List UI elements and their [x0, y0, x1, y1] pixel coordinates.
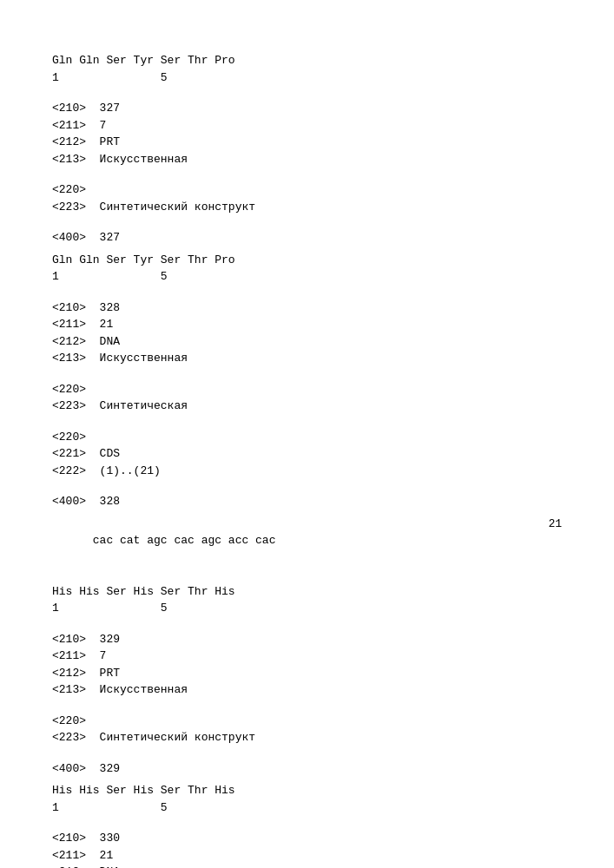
seq327-400-block: <400> 327 [52, 229, 562, 247]
seq329-210: <210> 329 [52, 631, 562, 648]
seq329-seq-block: His His Ser His Ser Thr His 1 5 [52, 782, 562, 816]
seq327-header-line1: Gln Gln Ser Tyr Ser Thr Pro [52, 52, 562, 69]
seq329-220: <220> [52, 713, 562, 730]
seq327-400: <400> 327 [52, 229, 562, 247]
seq329-400: <400> 329 [52, 760, 562, 778]
seq329-seq-line2: 1 5 [52, 799, 562, 817]
seq329-212: <212> PRT [52, 665, 562, 682]
seq330-211: <211> 21 [52, 847, 562, 865]
seq328-213: <213> Искусственная [52, 350, 562, 367]
seq327-meta-block: <210> 327 <211> 7 <212> PRT <213> Искусс… [52, 100, 562, 168]
seq328-223a: <223> Синтетическая [52, 398, 562, 415]
seq328-220a: <220> [52, 381, 562, 398]
seq328-212: <212> DNA [52, 333, 562, 351]
seq330-meta-block: <210> 330 <211> 21 <212> DNA <213> Искус… [52, 830, 562, 868]
seq329-seq-line1: His His Ser His Ser Thr His [52, 782, 562, 799]
seq328-num-line: 1 5 [52, 600, 562, 617]
seq328-400: <400> 328 [52, 493, 562, 510]
seq328-220a-block: <220> <223> Синтетическая [52, 381, 562, 415]
seq328-211: <211> 21 [52, 316, 562, 333]
seq327-seq-line1: Gln Gln Ser Tyr Ser Thr Pro [52, 252, 562, 269]
seq328-221: <221> CDS [52, 445, 562, 463]
seq327-220: <220> [52, 181, 562, 199]
seq327-213: <213> Искусственная [52, 151, 562, 168]
seq328-dna-line: cac cat agc cac agc acc cac 21 [52, 516, 562, 583]
seq329-220-block: <220> <223> Синтетический конструкт [52, 713, 562, 746]
seq328-210: <210> 328 [52, 299, 562, 317]
seq328-220b: <220> [52, 429, 562, 446]
page-content: Gln Gln Ser Tyr Ser Thr Pro 1 5 <210> 32… [52, 52, 562, 868]
seq330-210: <210> 330 [52, 830, 562, 847]
seq327-212: <212> PRT [52, 134, 562, 151]
seq327-header-line2: 1 5 [52, 69, 562, 87]
seq328-220b-block: <220> <221> CDS <222> (1)..(21) [52, 429, 562, 480]
seq328-222: <222> (1)..(21) [52, 463, 562, 480]
seq329-400-block: <400> 329 [52, 760, 562, 778]
seq329-223: <223> Синтетический конструкт [52, 729, 562, 746]
seq330-212: <212> DNA [52, 864, 562, 868]
seq327-seq-block: Gln Gln Ser Tyr Ser Thr Pro 1 5 [52, 252, 562, 286]
seq327-210: <210> 327 [52, 100, 562, 117]
seq328-dna-rightnum: 21 [548, 516, 562, 533]
seq328-seq-block: cac cat agc cac agc acc cac 21 His His S… [52, 516, 562, 617]
seq329-meta-block: <210> 329 <211> 7 <212> PRT <213> Искусс… [52, 631, 562, 699]
seq329-213: <213> Искусственная [52, 681, 562, 699]
seq327-211: <211> 7 [52, 117, 562, 135]
seq327-header-block: Gln Gln Ser Tyr Ser Thr Pro 1 5 [52, 52, 562, 86]
seq327-220-block: <220> <223> Синтетический конструкт [52, 181, 562, 215]
seq328-400-block: <400> 328 [52, 493, 562, 510]
seq327-seq-line2: 1 5 [52, 268, 562, 286]
seq329-211: <211> 7 [52, 648, 562, 665]
seq327-223: <223> Синтетический конструкт [52, 199, 562, 216]
seq328-meta-block: <210> 328 <211> 21 <212> DNA <213> Искус… [52, 299, 562, 367]
seq328-dna-text: cac cat agc cac agc acc cac [93, 534, 276, 547]
seq328-aa-line: His His Ser His Ser Thr His [52, 583, 562, 601]
